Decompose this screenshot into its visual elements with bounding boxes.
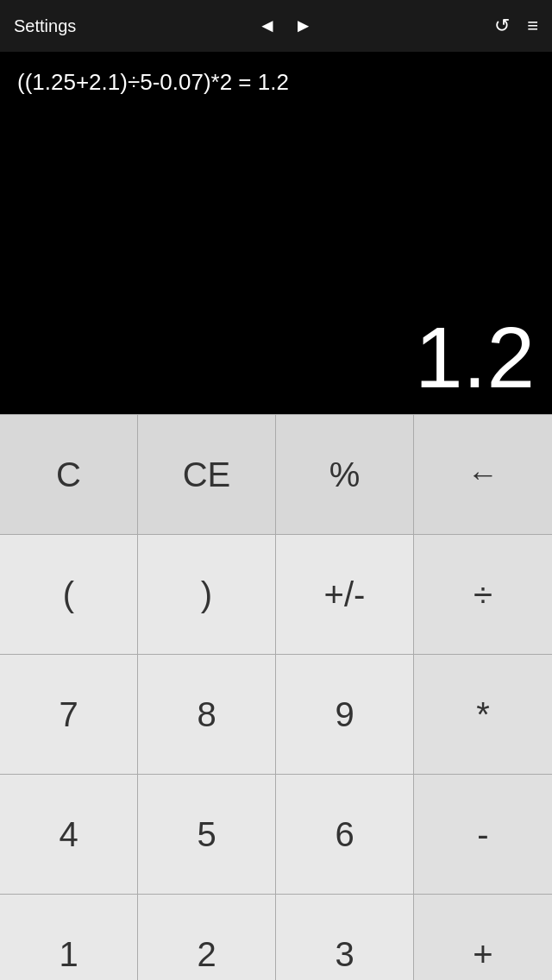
key-3[interactable]: 3 xyxy=(276,895,414,980)
key-percent[interactable]: % xyxy=(276,415,414,535)
calculator-display: ((1.25+2.1)÷5-0.07)*2 = 1.2 1.2 xyxy=(0,52,552,414)
key-backspace[interactable]: ← xyxy=(414,415,552,535)
key-divide[interactable]: ÷ xyxy=(414,535,552,655)
backspace-icon: ← xyxy=(467,456,499,493)
key-2[interactable]: 2 xyxy=(138,895,276,980)
menu-button[interactable]: ≡ xyxy=(527,15,538,37)
key-c[interactable]: C xyxy=(0,415,138,535)
prev-button[interactable]: ◄ xyxy=(258,15,277,37)
key-subtract[interactable]: - xyxy=(414,775,552,895)
key-9[interactable]: 9 xyxy=(276,655,414,775)
key-8[interactable]: 8 xyxy=(138,655,276,775)
key-open-paren[interactable]: ( xyxy=(0,535,138,655)
expression-text: ((1.25+2.1)÷5-0.07)*2 = 1.2 xyxy=(17,69,535,96)
key-1[interactable]: 1 xyxy=(0,895,138,980)
undo-button[interactable]: ↺ xyxy=(494,15,510,37)
nav-buttons: ◄ ► xyxy=(258,15,313,37)
key-plus-minus[interactable]: +/- xyxy=(276,535,414,655)
key-4[interactable]: 4 xyxy=(0,775,138,895)
key-5[interactable]: 5 xyxy=(138,775,276,895)
key-add[interactable]: + xyxy=(414,895,552,980)
result-text: 1.2 xyxy=(17,314,535,400)
key-close-paren[interactable]: ) xyxy=(138,535,276,655)
key-ce[interactable]: CE xyxy=(138,415,276,535)
next-button[interactable]: ► xyxy=(294,15,313,37)
top-bar: Settings ◄ ► ↺ ≡ xyxy=(0,0,552,52)
top-bar-right: ↺ ≡ xyxy=(494,15,538,37)
key-6[interactable]: 6 xyxy=(276,775,414,895)
key-multiply[interactable]: * xyxy=(414,655,552,775)
settings-label[interactable]: Settings xyxy=(14,16,76,36)
key-7[interactable]: 7 xyxy=(0,655,138,775)
keypad: C CE % ← ( ) +/- ÷ 7 8 9 * 4 5 6 - 1 2 3… xyxy=(0,414,552,980)
